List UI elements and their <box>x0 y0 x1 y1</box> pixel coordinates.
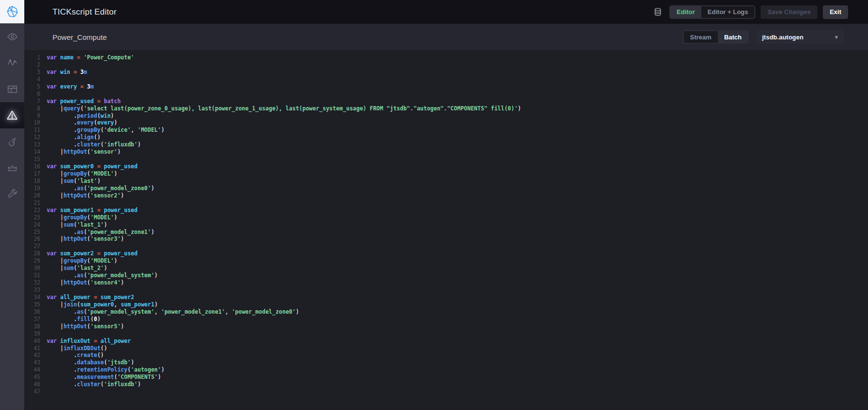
sidebar-item-alerting[interactable] <box>0 102 24 128</box>
database-icon[interactable] <box>653 7 662 17</box>
code-line: 9 .period(win) <box>24 112 868 120</box>
code-line: 27 <box>24 243 868 250</box>
sidebar-item-dashboards[interactable] <box>0 76 24 102</box>
code-line: 8 |query('select last(power_zone_0_usage… <box>24 105 868 112</box>
code-line: 2 <box>24 61 868 69</box>
line-number: 6 <box>24 90 47 98</box>
chronograf-logo-icon[interactable] <box>0 0 24 23</box>
code-line-text: |httpOut('sensor2') <box>47 192 124 199</box>
code-line-text: var all_power = sum_power2 <box>47 294 134 301</box>
line-number: 3 <box>24 69 47 76</box>
tab-batch[interactable]: Batch <box>718 31 748 43</box>
script-controls: Stream Batch jtsdb.autogen ▼ <box>683 30 844 44</box>
line-number: 5 <box>24 83 47 90</box>
code-line-text: |groupBy('MODEL') <box>47 257 117 265</box>
code-line: 3var win = 3m <box>24 69 868 76</box>
line-number: 30 <box>24 265 47 272</box>
code-area[interactable]: 1var name = 'Power_Compute'23var win = 3… <box>24 50 868 410</box>
code-line-text: var every = 3m <box>47 83 94 90</box>
line-number: 27 <box>24 243 47 250</box>
line-number: 32 <box>24 279 47 286</box>
top-header: TICKscript Editor Editor Editor + Logs S… <box>24 0 868 24</box>
line-number: 11 <box>24 126 47 134</box>
code-line-text: |query('select last(power_zone_0_usage),… <box>47 105 521 112</box>
script-header: Power_Compute Stream Batch jtsdb.autogen… <box>24 24 868 50</box>
line-number: 15 <box>24 156 47 163</box>
code-line-text: |httpOut('sensor') <box>47 148 121 156</box>
sidebar-item-admin[interactable] <box>0 155 24 181</box>
line-number: 19 <box>24 185 47 192</box>
line-number: 20 <box>24 192 47 199</box>
line-number: 46 <box>24 381 47 388</box>
sidebar-item-integrations[interactable] <box>0 128 24 155</box>
line-number: 13 <box>24 141 47 148</box>
line-number: 2 <box>24 61 47 69</box>
line-number: 21 <box>24 199 47 207</box>
code-line: 30 |sum('last_2') <box>24 265 868 272</box>
code-line-text: var name = 'Power_Compute' <box>47 54 134 61</box>
code-line: 44 .retentionPolicy('autogen') <box>24 366 868 374</box>
code-line-text: |join(sum_power0, sum_power1) <box>47 301 158 308</box>
code-line: 46 .cluster('influxdb') <box>24 381 868 388</box>
code-line-text: var sum_power0 = power_used <box>47 163 138 170</box>
code-line-text: var win = 3m <box>47 69 87 76</box>
database-dropdown[interactable]: jtsdb.autogen ▼ <box>757 30 844 44</box>
exit-button[interactable]: Exit <box>823 5 848 19</box>
code-line: 24 |sum('last_1') <box>24 221 868 229</box>
sidebar <box>0 0 24 410</box>
code-line-text: |sum('last') <box>47 178 101 185</box>
code-line-text: .as('power_model_system') <box>47 272 158 279</box>
code-line: 37 .fill(0) <box>24 316 868 323</box>
code-line: 40var influxOut = all_power <box>24 338 868 345</box>
code-line: 10 .every(every) <box>24 119 868 126</box>
tab-editor[interactable]: Editor <box>670 6 701 18</box>
save-changes-button[interactable]: Save Changes <box>761 5 817 19</box>
code-line-text: |sum('last_2') <box>47 265 107 272</box>
code-line: 36 .as('power_model_system', 'power_mode… <box>24 308 868 316</box>
line-number: 28 <box>24 250 47 257</box>
code-line: 19 .as('power_model_zone0') <box>24 185 868 192</box>
code-line-text: .as('power_model_zone0') <box>47 185 155 192</box>
sidebar-item-configuration[interactable] <box>0 181 24 207</box>
code-line-text: var influxOut = all_power <box>47 338 131 345</box>
code-line-text: .as('power_model_system', 'power_model_z… <box>47 308 299 316</box>
line-number: 36 <box>24 308 47 316</box>
code-line-text: |httpOut('sensor4') <box>47 279 124 286</box>
code-line: 12 .align() <box>24 134 868 141</box>
code-line-text: .align() <box>47 134 101 141</box>
script-name[interactable]: Power_Compute <box>52 33 107 41</box>
code-line: 33 <box>24 286 868 294</box>
code-line: 23 |groupBy('MODEL') <box>24 214 868 221</box>
code-line-text: .fill(0) <box>47 316 101 323</box>
code-line: 39 <box>24 330 868 338</box>
code-line: 28var sum_power2 = power_used <box>24 250 868 257</box>
code-line: 5var every = 3m <box>24 83 868 90</box>
line-number: 41 <box>24 345 47 352</box>
code-line-text: |httpOut('sensor5') <box>47 323 124 330</box>
code-line: 7var power_used = batch <box>24 98 868 105</box>
sidebar-item-data-explorer[interactable] <box>0 50 24 76</box>
code-line-text: |sum('last_1') <box>47 221 107 229</box>
code-line-text: .cluster('influxdb') <box>47 381 141 388</box>
code-line-text: .database('jtsdb') <box>47 359 134 366</box>
sidebar-nav <box>0 23 24 207</box>
tab-stream[interactable]: Stream <box>684 31 718 43</box>
code-line-text: |httpOut('sensor3') <box>47 235 124 243</box>
alert-triangle-icon <box>6 109 18 121</box>
line-number: 8 <box>24 105 47 112</box>
line-number: 24 <box>24 221 47 229</box>
line-number: 38 <box>24 323 47 330</box>
code-line: 1var name = 'Power_Compute' <box>24 54 868 61</box>
tab-editor-logs[interactable]: Editor + Logs <box>701 6 754 18</box>
code-line-text: |groupBy('MODEL') <box>47 214 117 221</box>
code-line-text: .period(win) <box>47 112 114 120</box>
code-line: 25 .as('power_model_zone1') <box>24 229 868 236</box>
code-line: 6 <box>24 90 868 98</box>
code-line-text: .create() <box>47 352 104 359</box>
line-number: 44 <box>24 366 47 374</box>
sidebar-item-status[interactable] <box>0 23 24 50</box>
line-number: 16 <box>24 163 47 170</box>
hand-gesture-icon <box>7 136 18 147</box>
header-controls: Editor Editor + Logs Save Changes Exit <box>653 5 848 19</box>
code-line-text: .as('power_model_zone1') <box>47 229 155 236</box>
